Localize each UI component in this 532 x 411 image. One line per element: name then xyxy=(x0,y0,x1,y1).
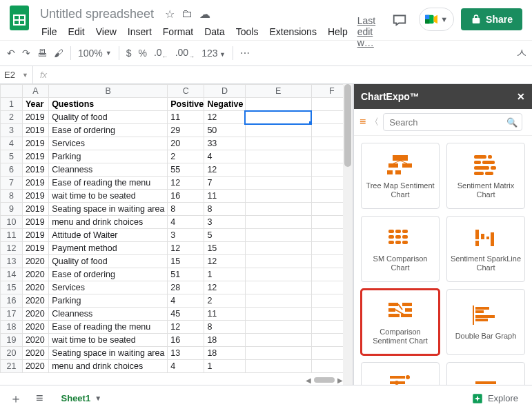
cell[interactable]: 4 xyxy=(168,294,204,308)
scroll-right-icon[interactable]: ▶ xyxy=(337,377,343,384)
cell[interactable] xyxy=(245,190,311,203)
increase-decimal-button[interactable]: .00→ xyxy=(175,47,195,60)
redo-icon[interactable]: ↷ xyxy=(22,48,30,59)
cell[interactable]: 2 xyxy=(204,294,246,308)
cell[interactable]: 50 xyxy=(204,124,246,137)
chart-card[interactable]: Customer Satisfaction Chart xyxy=(361,362,440,385)
cell[interactable]: Attitude of Waiter xyxy=(49,229,168,242)
cell[interactable]: 2020 xyxy=(22,334,48,347)
row-header[interactable]: 10 xyxy=(1,216,23,229)
chart-card[interactable]: SM Comparison Chart xyxy=(361,216,440,282)
more-toolbar-icon[interactable]: ⋯ xyxy=(240,48,250,59)
row-header[interactable]: 14 xyxy=(1,268,23,281)
cell[interactable]: 2019 xyxy=(22,242,48,255)
row-header[interactable]: 15 xyxy=(1,281,23,294)
cell[interactable]: Questions xyxy=(49,98,168,111)
cell[interactable]: wait time to be seated xyxy=(49,190,168,203)
menu-format[interactable]: Format xyxy=(157,25,199,39)
cell[interactable]: 8 xyxy=(168,203,204,216)
cell[interactable] xyxy=(245,137,311,150)
cell[interactable]: 2020 xyxy=(22,294,48,308)
cell[interactable]: 2020 xyxy=(22,255,48,268)
cell[interactable]: 12 xyxy=(168,177,204,190)
cell[interactable]: 55 xyxy=(168,163,204,177)
cell[interactable]: Ease of ordering xyxy=(49,268,168,281)
cell[interactable]: 7 xyxy=(204,177,246,190)
cell[interactable] xyxy=(245,294,311,308)
currency-button[interactable]: $ xyxy=(126,48,132,59)
toolbar-collapse-icon[interactable]: ㅅ xyxy=(515,45,528,61)
row-header[interactable]: 8 xyxy=(1,190,23,203)
cell[interactable]: 15 xyxy=(204,242,246,255)
menu-icon[interactable]: ≡ xyxy=(359,116,366,128)
menu-edit[interactable]: Edit xyxy=(63,25,90,39)
chart-card[interactable]: Double Bar Graph xyxy=(446,289,525,355)
number-format-dropdown[interactable]: 123 ▼ xyxy=(201,48,226,59)
cell[interactable]: 2020 xyxy=(22,268,48,281)
cell[interactable] xyxy=(245,98,311,111)
cell[interactable]: 2020 xyxy=(22,321,48,334)
column-header[interactable]: C xyxy=(168,85,204,98)
cell[interactable]: 12 xyxy=(204,163,246,177)
cell[interactable] xyxy=(245,242,311,255)
cell[interactable]: 2019 xyxy=(22,229,48,242)
cell[interactable]: 2019 xyxy=(22,177,48,190)
menu-insert[interactable]: Insert xyxy=(122,25,157,39)
row-header[interactable]: 3 xyxy=(1,124,23,137)
star-icon[interactable]: ☆ xyxy=(165,8,175,21)
cell[interactable]: 2019 xyxy=(22,124,48,137)
row-header[interactable]: 12 xyxy=(1,242,23,255)
name-box[interactable]: E2 ▼ xyxy=(0,66,33,84)
print-icon[interactable]: 🖶 xyxy=(37,48,47,59)
sheet-tab[interactable]: Sheet1 ▼ xyxy=(55,390,109,406)
cell[interactable]: 45 xyxy=(168,308,204,321)
cell[interactable]: Payment method xyxy=(49,242,168,255)
doc-title[interactable]: Untitled spreadsheet xyxy=(36,6,158,23)
spreadsheet-grid[interactable]: ABCDEF1YearQuestionsPositiveNegative2201… xyxy=(0,84,353,385)
search-input[interactable]: 🔍 xyxy=(383,113,522,131)
cell[interactable]: Quality of food xyxy=(49,111,168,124)
row-header[interactable]: 1 xyxy=(1,98,23,111)
cell[interactable]: 2020 xyxy=(22,347,48,360)
cell[interactable] xyxy=(245,124,311,137)
cell[interactable] xyxy=(245,150,311,163)
cell[interactable]: 2019 xyxy=(22,137,48,150)
cell[interactable]: 12 xyxy=(168,242,204,255)
row-header[interactable]: 7 xyxy=(1,177,23,190)
cell[interactable]: 12 xyxy=(204,111,246,124)
cloud-icon[interactable]: ☁ xyxy=(199,8,210,21)
cell[interactable]: 16 xyxy=(168,334,204,347)
cell[interactable] xyxy=(245,255,311,268)
menu-file[interactable]: File xyxy=(36,25,63,39)
row-header[interactable]: 16 xyxy=(1,294,23,308)
add-sheet-button[interactable]: ＋ xyxy=(7,388,25,410)
undo-icon[interactable]: ↶ xyxy=(7,48,15,59)
cell[interactable]: wait time to be seated xyxy=(49,334,168,347)
menu-extensions[interactable]: Extensions xyxy=(264,25,322,39)
row-header[interactable]: 11 xyxy=(1,229,23,242)
cell[interactable]: 4 xyxy=(204,150,246,163)
cell[interactable]: 15 xyxy=(168,255,204,268)
cell[interactable]: Positive xyxy=(168,98,204,111)
cell[interactable]: Ease of ordering xyxy=(49,124,168,137)
cell[interactable] xyxy=(245,360,311,373)
cell[interactable]: 3 xyxy=(204,216,246,229)
menu-data[interactable]: Data xyxy=(199,25,230,39)
cell[interactable]: 11 xyxy=(204,308,246,321)
meet-button[interactable]: ▼ xyxy=(419,8,454,31)
zoom-dropdown[interactable]: 100% ▼ xyxy=(78,48,112,59)
back-icon[interactable]: 〈 xyxy=(370,116,379,128)
row-header[interactable]: 21 xyxy=(1,360,23,373)
column-header[interactable]: A xyxy=(22,85,48,98)
cell[interactable]: 11 xyxy=(204,190,246,203)
cell[interactable]: Quality of food xyxy=(49,255,168,268)
cell[interactable]: menu and drink choices xyxy=(49,216,168,229)
cell[interactable] xyxy=(245,334,311,347)
cell[interactable]: Services xyxy=(49,137,168,150)
row-header[interactable]: 19 xyxy=(1,334,23,347)
cell[interactable]: 3 xyxy=(168,229,204,242)
cell[interactable] xyxy=(245,111,311,124)
decrease-decimal-button[interactable]: .0← xyxy=(154,47,168,60)
explore-button[interactable]: Explore xyxy=(471,392,525,405)
cell[interactable]: Seating space in waiting area xyxy=(49,203,168,216)
